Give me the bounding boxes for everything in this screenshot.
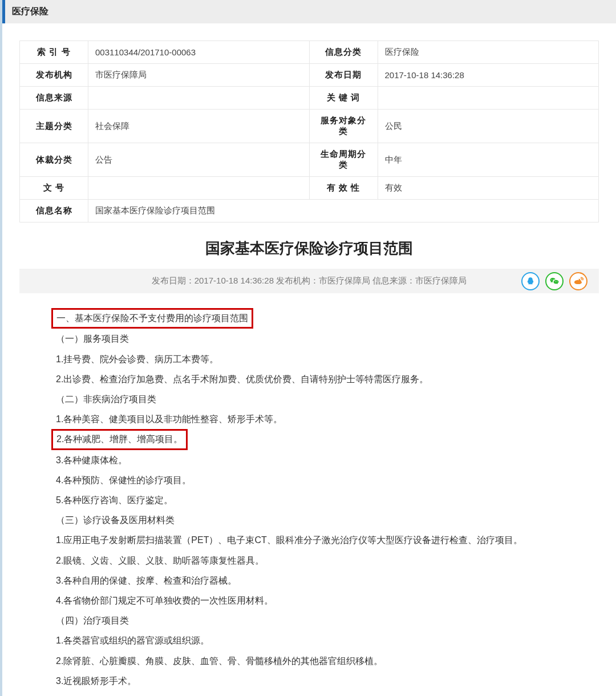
- para: （一）服务项目类: [56, 329, 570, 349]
- meta-value: 中年: [378, 143, 599, 177]
- meta-row: 文 号有 效 性有效: [20, 177, 599, 200]
- meta-label: 有 效 性: [309, 177, 378, 200]
- meta-value: [88, 87, 310, 110]
- meta-value: 003110344/201710-00063: [88, 41, 310, 64]
- para: 2.除肾脏、心脏瓣膜、角膜、皮肤、血管、骨、骨髓移植外的其他器官组织移植。: [56, 651, 570, 671]
- svg-point-0: [576, 281, 578, 283]
- meta-label: 索 引 号: [20, 41, 88, 64]
- meta-value: 市医疗保障局: [88, 64, 310, 87]
- para: 1.挂号费、院外会诊费、病历工本费等。: [56, 349, 570, 369]
- content: 索 引 号003110344/201710-00063信息分类医疗保险发布机构市…: [2, 23, 616, 696]
- para: 5.各种医疗咨询、医疗鉴定。: [56, 490, 570, 510]
- meta-row: 索 引 号003110344/201710-00063信息分类医疗保险: [20, 41, 599, 64]
- meta-label: 服务对象分类: [309, 110, 378, 143]
- para: 3.各种健康体检。: [56, 450, 570, 470]
- sub-meta-text: 发布日期：2017-10-18 14:36:28 发布机构：市医疗保障局 信息来…: [31, 276, 587, 286]
- meta-value: 国家基本医疗保险诊疗项目范围: [88, 200, 599, 222]
- meta-label: 信息来源: [20, 87, 88, 110]
- meta-label: 信息分类: [309, 41, 378, 64]
- para: 2.眼镜、义齿、义眼、义肢、助听器等康复性器具。: [56, 551, 570, 570]
- category-header: 医疗保险: [2, 0, 616, 23]
- meta-row: 信息来源关 键 词: [20, 87, 599, 110]
- wechat-icon[interactable]: [545, 272, 564, 290]
- para: 1.各类器官或组织的器官源或组织源。: [56, 630, 570, 650]
- para: （二）非疾病治疗项目类: [56, 389, 570, 409]
- meta-value: 社会保障: [88, 110, 310, 143]
- meta-label: 体裁分类: [20, 143, 88, 177]
- para: （三）诊疗设备及医用材料类: [56, 510, 570, 530]
- meta-label: 信息名称: [20, 200, 88, 222]
- para: 2.出诊费、检查治疗加急费、点名手术附加费、优质优价费、自请特别护士等特需医疗服…: [56, 369, 570, 389]
- meta-label: 发布日期: [309, 64, 378, 87]
- sub-meta-bar: 发布日期：2017-10-18 14:36:28 发布机构：市医疗保障局 信息来…: [19, 269, 599, 293]
- meta-value: 医疗保险: [378, 41, 599, 64]
- category-title: 医疗保险: [12, 6, 48, 16]
- meta-value: 公民: [378, 110, 599, 143]
- para: 3.近视眼矫形手术。: [56, 671, 570, 691]
- meta-row: 信息名称国家基本医疗保险诊疗项目范围: [20, 200, 599, 222]
- para: 4.气功疗法、音乐疗法、保健性的营养疗法、磁疗等辅助性治疗项目。: [56, 691, 570, 696]
- para: 4.各种预防、保健性的诊疗项目。: [56, 470, 570, 490]
- para: （四）治疗项目类: [56, 610, 570, 630]
- meta-row: 主题分类社会保障服务对象分类公民: [20, 110, 599, 143]
- para: 4.各省物价部门规定不可单独收费的一次性医用材料。: [56, 590, 570, 610]
- meta-value: 公告: [88, 143, 310, 177]
- meta-row: 发布机构市医疗保障局发布日期2017-10-18 14:36:28: [20, 64, 599, 87]
- meta-label: 关 键 词: [309, 87, 378, 110]
- article-body: 一、基本医疗保险不予支付费用的诊疗项目范围 （一）服务项目类 1.挂号费、院外会…: [19, 293, 599, 696]
- article-title: 国家基本医疗保险诊疗项目范围: [19, 238, 599, 258]
- meta-value: 2017-10-18 14:36:28: [378, 64, 599, 87]
- para: 1.各种美容、健美项目以及非功能性整容、矫形手术等。: [56, 409, 570, 429]
- para: 1.应用正电子发射断层扫描装置（PET）、电子束CT、眼科准分子激光治疗仪等大型…: [56, 530, 570, 550]
- meta-value: 有效: [378, 177, 599, 200]
- highlight-section-1: 一、基本医疗保险不予支付费用的诊疗项目范围: [51, 308, 253, 329]
- meta-value: [88, 177, 310, 200]
- highlight-item-2-2: 2.各种减肥、增胖、增高项目。: [51, 429, 188, 450]
- meta-label: 主题分类: [20, 110, 88, 143]
- share-icons: [521, 272, 587, 290]
- meta-label: 文 号: [20, 177, 88, 200]
- meta-value: [378, 87, 599, 110]
- weibo-icon[interactable]: [569, 272, 587, 290]
- para: 3.各种自用的保健、按摩、检查和治疗器械。: [56, 570, 570, 590]
- metadata-table: 索 引 号003110344/201710-00063信息分类医疗保险发布机构市…: [19, 41, 599, 222]
- meta-label: 发布机构: [20, 64, 88, 87]
- qq-icon[interactable]: [521, 272, 540, 290]
- page: 医疗保险 索 引 号003110344/201710-00063信息分类医疗保险…: [0, 0, 616, 696]
- meta-row: 体裁分类公告生命周期分类中年: [20, 143, 599, 177]
- meta-label: 生命周期分类: [309, 143, 378, 177]
